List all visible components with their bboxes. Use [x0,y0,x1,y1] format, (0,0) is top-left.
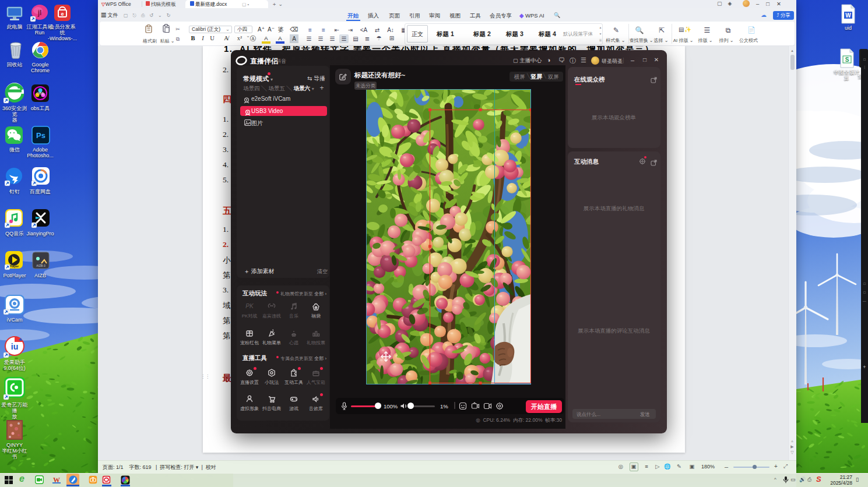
svg-text:W: W [53,476,60,484]
svg-text:PK: PK [245,303,254,309]
svg-text:jl: jl [37,9,42,17]
svg-text:e: e [61,11,64,17]
svg-text:Ps: Ps [36,131,45,140]
svg-text:10: 10 [248,331,251,334]
svg-text:Player: Player [9,264,19,268]
svg-text:iu: iu [11,342,18,351]
svg-text:W: W [845,12,851,19]
svg-text:S: S [845,57,849,63]
svg-text:OBS: OBS [37,91,44,95]
svg-text:AIZB-3: AIZB-3 [36,264,45,267]
